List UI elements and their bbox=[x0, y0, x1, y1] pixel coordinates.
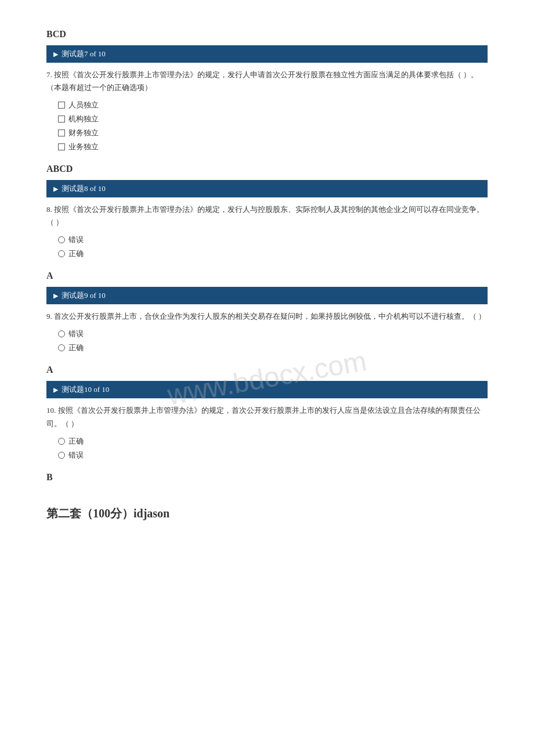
option-10-2[interactable]: 错误 bbox=[58, 450, 488, 460]
question-block-7: 测试题7 of 10 7. 按照《首次公开发行股票并上市管理办法》的规定，发行人… bbox=[46, 45, 488, 152]
radio-icon-9-2 bbox=[58, 344, 65, 351]
option-label-8-2: 正确 bbox=[68, 249, 84, 259]
question-text-7: 7. 按照《首次公开发行股票并上市管理办法》的规定，发行人申请首次公开发行股票在… bbox=[46, 69, 488, 94]
option-label-10-2: 错误 bbox=[68, 450, 84, 460]
question-block-10: 测试题10 of 10 10. 按照《首次公开发行股票并上市管理办法》的规定，首… bbox=[46, 381, 488, 460]
option-7-3[interactable]: 财务独立 bbox=[58, 128, 488, 138]
option-list-9: 错误 正确 bbox=[46, 329, 488, 353]
checkbox-icon-7-1 bbox=[58, 102, 65, 109]
option-list-8: 错误 正确 bbox=[46, 235, 488, 259]
option-list-7: 人员独立 机构独立 财务独立 业务独立 bbox=[46, 100, 488, 152]
checkbox-icon-7-4 bbox=[58, 143, 65, 150]
option-7-4[interactable]: 业务独立 bbox=[58, 142, 488, 152]
question-header-8: 测试题8 of 10 bbox=[46, 180, 488, 197]
option-8-1[interactable]: 错误 bbox=[58, 235, 488, 245]
option-label-9-2: 正确 bbox=[68, 343, 84, 353]
checkbox-icon-7-2 bbox=[58, 116, 65, 123]
radio-icon-9-1 bbox=[58, 330, 65, 337]
option-label-7-4: 业务独立 bbox=[68, 142, 99, 152]
option-8-2[interactable]: 正确 bbox=[58, 249, 488, 259]
option-10-1[interactable]: 正确 bbox=[58, 436, 488, 447]
option-label-9-1: 错误 bbox=[68, 329, 84, 339]
question-header-9: 测试题9 of 10 bbox=[46, 287, 488, 304]
answer-q9: A bbox=[46, 271, 488, 281]
question-block-8: 测试题8 of 10 8. 按照《首次公开发行股票并上市管理办法》的规定，发行人… bbox=[46, 180, 488, 259]
radio-icon-8-1 bbox=[58, 236, 65, 243]
option-label-7-3: 财务独立 bbox=[68, 128, 99, 138]
radio-icon-8-2 bbox=[58, 250, 65, 257]
radio-icon-10-2 bbox=[58, 452, 65, 459]
option-label-8-1: 错误 bbox=[68, 235, 84, 245]
answer-q8: ABCD bbox=[46, 164, 488, 174]
section2-title: 第二套（100分）idjason bbox=[46, 506, 488, 521]
option-7-2[interactable]: 机构独立 bbox=[58, 114, 488, 124]
option-9-1[interactable]: 错误 bbox=[58, 329, 488, 339]
option-label-10-1: 正确 bbox=[68, 436, 84, 447]
question-header-7: 测试题7 of 10 bbox=[46, 45, 488, 63]
question-text-8: 8. 按照《首次公开发行股票并上市管理办法》的规定，发行人与控股股东、实际控制人… bbox=[46, 203, 488, 229]
question-header-10: 测试题10 of 10 bbox=[46, 381, 488, 398]
answer-q10: B bbox=[46, 472, 488, 483]
option-label-7-1: 人员独立 bbox=[68, 100, 99, 110]
question-text-10: 10. 按照《首次公开发行股票并上市管理办法》的规定，首次公开发行股票并上市的发… bbox=[46, 404, 488, 430]
option-label-7-2: 机构独立 bbox=[68, 114, 99, 124]
option-9-2[interactable]: 正确 bbox=[58, 343, 488, 353]
answer-q9b: A bbox=[46, 365, 488, 375]
option-7-1[interactable]: 人员独立 bbox=[58, 100, 488, 110]
radio-icon-10-1 bbox=[58, 438, 65, 445]
question-text-9: 9. 首次公开发行股票并上市，合伙企业作为发行人股东的相关交易存在疑问时，如果持… bbox=[46, 310, 488, 323]
answer-q7: BCD bbox=[46, 29, 488, 39]
option-list-10: 正确 错误 bbox=[46, 436, 488, 460]
checkbox-icon-7-3 bbox=[58, 129, 65, 136]
question-block-9: 测试题9 of 10 9. 首次公开发行股票并上市，合伙企业作为发行人股东的相关… bbox=[46, 287, 488, 353]
